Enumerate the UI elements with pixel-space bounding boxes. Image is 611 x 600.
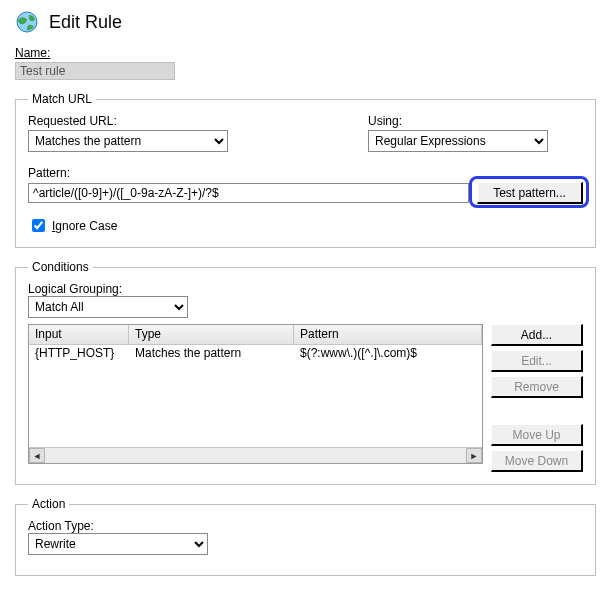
edit-condition-button[interactable]: Edit... [491, 350, 583, 372]
table-row[interactable]: {HTTP_HOST} Matches the pattern $(?:www\… [29, 345, 482, 363]
action-group: Action Action Type: Rewrite [15, 497, 596, 576]
pattern-input[interactable] [28, 183, 469, 203]
page-title: Edit Rule [49, 12, 122, 33]
logical-grouping-select[interactable]: Match All [28, 296, 188, 318]
col-header-input[interactable]: Input [29, 325, 129, 344]
using-label: Using: [368, 114, 583, 128]
add-condition-button[interactable]: Add... [491, 324, 583, 346]
requested-url-select[interactable]: Matches the pattern [28, 130, 228, 152]
ignore-case-label[interactable]: Ignore Case [52, 219, 117, 233]
cell-type: Matches the pattern [129, 345, 294, 363]
move-up-button[interactable]: Move Up [491, 424, 583, 446]
name-label: Name: [15, 46, 596, 60]
conditions-table[interactable]: Input Type Pattern {HTTP_HOST} Matches t… [28, 324, 483, 464]
logical-grouping-label: Logical Grouping: [28, 282, 122, 296]
using-select[interactable]: Regular Expressions [368, 130, 548, 152]
cell-pattern: $(?:www\.)([^.]\.com)$ [294, 345, 482, 363]
scroll-left-icon[interactable]: ◄ [29, 448, 45, 463]
scroll-right-icon[interactable]: ► [466, 448, 482, 463]
action-type-label: Action Type: [28, 519, 94, 533]
col-header-pattern[interactable]: Pattern [294, 325, 482, 344]
match-url-group: Match URL Requested URL: Matches the pat… [15, 92, 596, 248]
test-pattern-button[interactable]: Test pattern... [477, 182, 583, 204]
ignore-case-checkbox[interactable] [32, 219, 45, 232]
conditions-legend: Conditions [28, 260, 93, 274]
rule-name-input[interactable] [15, 62, 175, 80]
remove-condition-button[interactable]: Remove [491, 376, 583, 398]
action-type-select[interactable]: Rewrite [28, 533, 208, 555]
cell-input: {HTTP_HOST} [29, 345, 129, 363]
horizontal-scrollbar[interactable]: ◄ ► [29, 447, 482, 463]
col-header-type[interactable]: Type [129, 325, 294, 344]
match-url-legend: Match URL [28, 92, 96, 106]
pattern-label: Pattern: [28, 166, 70, 180]
move-down-button[interactable]: Move Down [491, 450, 583, 472]
globe-icon [15, 10, 39, 34]
conditions-group: Conditions Logical Grouping: Match All I… [15, 260, 596, 485]
action-legend: Action [28, 497, 69, 511]
requested-url-label: Requested URL: [28, 114, 228, 128]
